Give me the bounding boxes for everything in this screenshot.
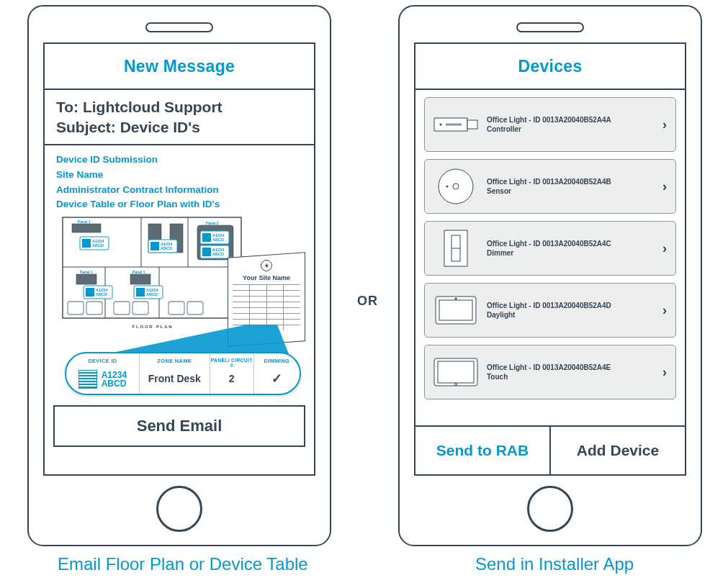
sheet-logo-icon: ✶ [261,260,272,271]
svg-rect-18 [187,302,203,315]
home-button[interactable] [527,486,573,532]
caption-installer-app: Send in Installer App [475,554,634,574]
zoom-head-dimming: DIMMING [254,358,300,364]
svg-rect-58 [436,297,476,324]
zoom-head-panel: PANEL/ CIRCUIT # [210,358,253,368]
svg-text:ABCD: ABCD [212,252,224,256]
phone-installer-app: Devices Office Light - ID 0013A20040B52A… [398,5,702,546]
email-meta-block: To: Lightcloud Support Subject: Device I… [45,90,314,145]
phone-screen-devices: Devices Office Light - ID 0013A20040B52A… [414,42,686,476]
attachment-illustration: A1234 ABCD Panel 1 A1234 ABCD [56,217,302,397]
email-to-line: To: Lightcloud Support [56,97,302,117]
svg-rect-25 [150,242,159,250]
svg-rect-51 [446,124,462,126]
devices-list: Office Light - ID 0013A20040B52A4A Contr… [415,90,685,425]
email-body: Device ID Submission Site Name Administr… [45,145,314,397]
svg-point-50 [440,124,442,126]
caption-email-option: Email Floor Plan or Device Table [58,554,308,574]
svg-text:Panel 1: Panel 1 [80,270,93,274]
svg-rect-61 [434,358,477,386]
svg-text:Panel 1: Panel 1 [78,220,91,224]
zoom-zone-value: Front Desk [148,373,201,384]
phone-speaker [145,22,213,32]
chevron-right-icon: › [662,117,667,132]
svg-rect-15 [114,302,130,315]
sensor-icon [433,167,478,206]
svg-rect-7 [72,224,101,232]
home-button[interactable] [156,486,202,532]
controller-icon [433,105,478,144]
device-card-sensor[interactable]: Office Light - ID 0013A20040B52A4B Senso… [424,159,676,214]
body-line-2: Site Name [56,168,302,183]
body-line-1: Device ID Submission [56,153,302,168]
device-card-touch[interactable]: Office Light - ID 0013A20040B52A4E Touch… [424,345,676,399]
device-type: Controller [487,125,654,135]
svg-rect-16 [132,302,148,315]
screen-header-new-message: New Message [45,44,314,90]
device-type: Sensor [487,186,654,196]
device-title: Office Light - ID 0013A20040B52A4B [487,177,654,187]
email-body-list: Device ID Submission Site Name Administr… [56,153,302,217]
device-title: Office Light - ID 0013A20040B52A4A [487,115,654,125]
svg-rect-20 [82,239,91,248]
device-title: Office Light - ID 0013A20040B52A4D [487,301,654,311]
svg-text:Panel 2: Panel 2 [206,221,219,225]
phone-screen-email: New Message To: Lightcloud Support Subje… [43,42,315,476]
qr-icon [78,370,97,389]
daylight-icon [433,291,478,330]
phone-speaker [516,22,584,32]
touch-icon [433,353,478,392]
zoom-head-device-id: DEVICE ID [66,358,139,364]
chevron-right-icon: › [662,241,667,256]
svg-point-60 [454,297,457,299]
zoom-head-zone: ZONE NAME [140,358,210,364]
svg-rect-29 [202,233,211,242]
device-table-row-zoom: DEVICE ID A1234 ABCD ZONE NAME Front Des… [65,352,301,395]
svg-point-54 [446,186,449,188]
device-card-dimmer[interactable]: Office Light - ID 0013A20040B52A4C Dimme… [424,221,676,276]
device-title: Office Light - ID 0013A20040B52A4E [487,363,654,373]
svg-rect-14 [86,302,102,315]
add-device-button[interactable]: Add Device [549,425,685,474]
send-email-button[interactable]: Send Email [53,405,305,447]
chevron-right-icon: › [662,179,667,194]
device-type: Daylight [487,310,654,320]
svg-text:ABCD: ABCD [161,246,172,250]
screen-header-devices: Devices [415,44,685,90]
body-line-4: Device Table or Floor Plan with ID's [56,197,302,212]
svg-rect-49 [467,120,477,129]
svg-rect-44 [136,288,145,297]
svg-rect-33 [202,248,211,256]
body-line-3: Administrator Contract Information [56,183,302,198]
svg-text:ABCD: ABCD [146,292,158,297]
svg-text:ABCD: ABCD [92,243,104,248]
device-card-daylight[interactable]: Office Light - ID 0013A20040B52A4D Dayli… [424,283,676,338]
svg-rect-17 [168,302,184,315]
device-type: Dimmer [487,248,654,258]
svg-text:Panel 1: Panel 1 [132,270,145,274]
email-subject-line: Subject: Device ID's [56,117,302,137]
bottom-bar: Send to RAB Add Device [415,425,685,474]
qr-line2: ABCD [102,379,127,389]
svg-rect-13 [68,302,84,315]
phone-email: New Message To: Lightcloud Support Subje… [27,5,331,546]
device-title: Office Light - ID 0013A20040B52A4C [487,239,654,249]
svg-text:ABCD: ABCD [96,292,107,297]
svg-text:ABCD: ABCD [212,238,224,242]
svg-rect-12 [130,274,150,284]
or-label: OR [357,294,378,309]
zoom-dim-check: ✓ [271,371,282,386]
dimmer-icon [433,229,478,268]
svg-rect-39 [86,288,94,297]
floor-plan-graphic: A1234 ABCD Panel 1 A1234 ABCD [62,217,242,326]
send-to-rab-button[interactable]: Send to RAB [415,425,549,474]
svg-point-52 [439,169,473,204]
device-card-controller[interactable]: Office Light - ID 0013A20040B52A4A Contr… [424,97,676,152]
zoom-panel-value: 2 [229,373,235,384]
chevron-right-icon: › [662,303,667,318]
svg-rect-11 [76,274,96,284]
sheet-title: Your Site Name [233,274,300,281]
chevron-right-icon: › [662,365,667,380]
device-type: Touch [487,372,654,382]
